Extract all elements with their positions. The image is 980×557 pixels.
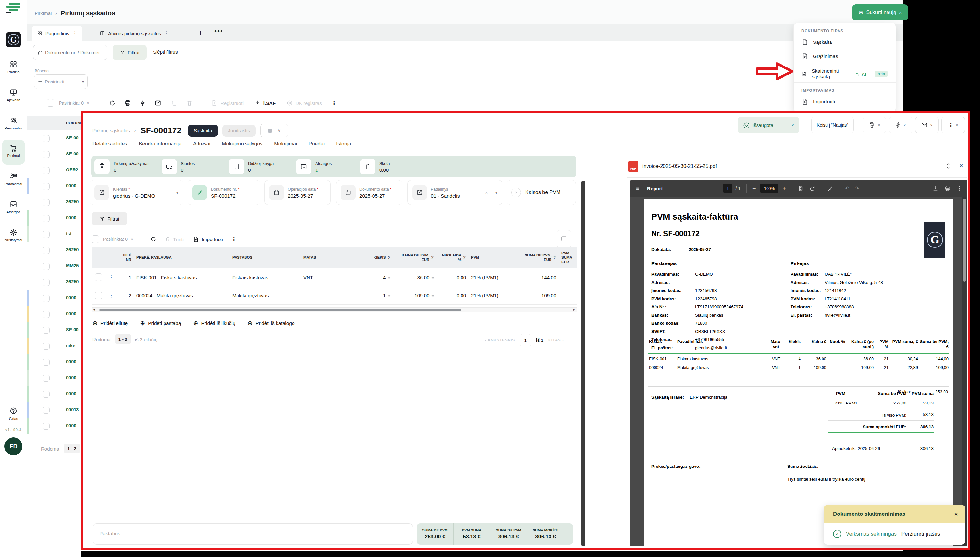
document-link[interactable]: 36250 — [66, 199, 79, 204]
detail-tab[interactable]: Mokėjimo sąlygos — [222, 141, 263, 151]
sum-icon[interactable]: Σ — [463, 255, 466, 261]
sidebar-item-nustatymai[interactable]: Nustatymai — [0, 228, 27, 242]
rotate-icon[interactable] — [809, 186, 815, 192]
document-link[interactable]: nike — [66, 343, 75, 348]
row-checkbox[interactable] — [42, 391, 50, 398]
row-checkbox[interactable] — [95, 274, 103, 281]
row-menu-icon[interactable]: ⋮ — [106, 293, 117, 298]
list-item[interactable]: 0000 — [27, 290, 81, 306]
zoom-in-icon[interactable]: + — [783, 185, 786, 192]
cell-menu-icon[interactable]: ≡ — [431, 293, 434, 298]
isaf-button[interactable]: i.SAF — [263, 100, 276, 106]
pdf-zoom-level[interactable]: 100% — [760, 184, 778, 193]
status-filter-dropdown[interactable]: Pasirinkti... ∨ — [34, 74, 88, 89]
print-icon[interactable] — [944, 185, 951, 192]
list-item[interactable]: 00013 — [27, 402, 81, 418]
list-item[interactable]: tst — [27, 226, 81, 243]
refresh-icon[interactable] — [109, 99, 116, 106]
row-checkbox[interactable] — [42, 183, 50, 190]
col-preke[interactable]: PREKĖ, PASLAUGA — [134, 256, 230, 260]
totals-menu-icon[interactable]: ≡ — [563, 531, 566, 537]
sidebar-item-atsargos[interactable]: Atsargos — [0, 200, 27, 214]
add-line-button[interactable]: ⊕Pridėti iš katalogo — [247, 319, 294, 327]
row-checkbox[interactable] — [42, 199, 50, 206]
sidebar-item-pradzia[interactable]: Pradžia — [0, 60, 27, 74]
chevron-down-icon[interactable]: ∨ — [495, 190, 498, 195]
sum-icon[interactable]: Σ — [387, 255, 390, 261]
list-item[interactable]: 0000 — [27, 418, 81, 434]
more-split-button[interactable]: ⋮∨ — [941, 117, 965, 134]
row-checkbox[interactable] — [42, 279, 50, 286]
rows-range-chip[interactable]: 1 - 3 — [64, 444, 80, 453]
scrollbar-thumb[interactable] — [99, 309, 461, 311]
menu-item-importuoti[interactable]: Importuoti — [794, 94, 895, 109]
detail-tab[interactable]: Adresai — [193, 141, 210, 151]
mail-split-button[interactable]: ∨ — [915, 117, 939, 134]
row-checkbox[interactable] — [42, 423, 50, 430]
chevron-down-icon[interactable]: ∨ — [176, 190, 179, 195]
chevron-down-icon[interactable]: ∨ — [87, 101, 89, 105]
menu-item-skaitmeninti-saskaita[interactable]: Skaitmeninti sąskaitą AI beta — [794, 67, 895, 81]
filters-button[interactable]: Filtrai — [113, 45, 147, 60]
client-field[interactable]: Klientas *giedrius - G-DEMO ∨ — [90, 180, 183, 205]
col-kaina[interactable]: KAINA BE PVM, EURΣ — [393, 253, 436, 262]
pdf-scrollbar[interactable] — [962, 197, 967, 546]
row-checkbox[interactable] — [42, 343, 50, 350]
row-checkbox[interactable] — [42, 247, 50, 254]
document-link[interactable]: tst — [66, 231, 72, 236]
department-field[interactable]: Padalinys01 - Sandėlis × ∨ — [407, 180, 503, 205]
row-checkbox[interactable] — [42, 311, 50, 318]
document-link[interactable]: 0000 — [66, 215, 76, 220]
row-checkbox[interactable] — [42, 327, 50, 334]
rows-range-chip[interactable]: 1 - 2 — [115, 334, 131, 344]
list-item[interactable]: 0000 — [27, 306, 81, 322]
row-checkbox[interactable] — [42, 215, 50, 222]
print-icon[interactable] — [124, 99, 131, 106]
breadcrumb-parent[interactable]: Pirkimai — [34, 11, 52, 16]
document-link[interactable]: SF-00 — [66, 327, 79, 332]
operation-date-field[interactable]: Operacijos data *2025-05-27 — [265, 180, 331, 205]
row-checkbox[interactable] — [42, 375, 50, 382]
list-item[interactable]: 36250 — [27, 274, 81, 290]
col-pvm-suma[interactable]: PVM SUMA EUR — [559, 251, 577, 264]
document-link[interactable]: 0000 — [66, 423, 76, 428]
sidebar-item-pardavimai[interactable]: Pardavimai — [0, 172, 27, 186]
tab-pagrindinis[interactable]: Pagrindinis⋮ — [32, 26, 82, 41]
line-row-2[interactable]: ⋮ 2 000024 - Makita gręžtuvas Makita grę… — [91, 287, 577, 305]
list-item[interactable]: 0000 — [27, 386, 81, 402]
scrollbar-thumb[interactable] — [963, 199, 966, 282]
download-icon[interactable] — [932, 185, 939, 192]
horizontal-scrollbar[interactable]: ◀ ▶ — [91, 307, 577, 313]
pdf-page-input[interactable]: 1 — [723, 184, 732, 193]
list-item[interactable]: SF-00 — [27, 130, 81, 147]
close-icon[interactable]: × — [959, 161, 964, 170]
mail-icon[interactable] — [154, 99, 161, 106]
color-tag-dropdown[interactable]: -∨ — [260, 124, 288, 137]
select-all-checkbox[interactable] — [91, 235, 99, 243]
stat-purchase-orders[interactable]: Pirkimų užsakymai0 — [95, 159, 162, 174]
sidebar-item-personalas[interactable]: Personalas — [0, 116, 27, 130]
lightning-icon[interactable] — [140, 100, 146, 106]
document-number-field[interactable]: Dokumento nr. *SF-000172 — [188, 180, 260, 205]
document-link[interactable]: 0000 — [66, 183, 76, 188]
row-menu-icon[interactable]: ⋮ — [106, 274, 117, 280]
kebab-menu-icon[interactable]: ⋮ — [957, 186, 962, 192]
detail-tab[interactable]: Bendra informacija — [139, 141, 181, 151]
lines-filter-button[interactable]: Filtrai — [91, 212, 127, 225]
document-link[interactable]: 0000 — [66, 375, 76, 380]
import-icon[interactable] — [193, 236, 199, 243]
column-settings-button[interactable] — [557, 230, 571, 248]
zoom-out-icon[interactable]: − — [753, 185, 756, 192]
row-checkbox[interactable] — [42, 295, 50, 302]
chevron-down-icon[interactable]: ∨ — [131, 237, 133, 241]
add-line-button[interactable]: ⊕Pridėti pastabą — [140, 319, 181, 327]
list-item[interactable]: SF-00 — [27, 147, 81, 163]
cell-menu-icon[interactable]: ≡ — [431, 275, 434, 280]
scroll-left-icon[interactable]: ◀ — [93, 308, 95, 311]
col-eile-nr[interactable]: EILĖ NR — [117, 253, 134, 262]
list-column-header[interactable]: DOKUM — [27, 116, 81, 130]
detail-tab[interactable]: Priedai — [309, 141, 325, 151]
detail-tab[interactable]: Istorija — [336, 141, 351, 151]
document-date-field[interactable]: Dokumento data *2025-05-27 — [336, 180, 402, 205]
row-checkbox[interactable] — [42, 167, 50, 174]
